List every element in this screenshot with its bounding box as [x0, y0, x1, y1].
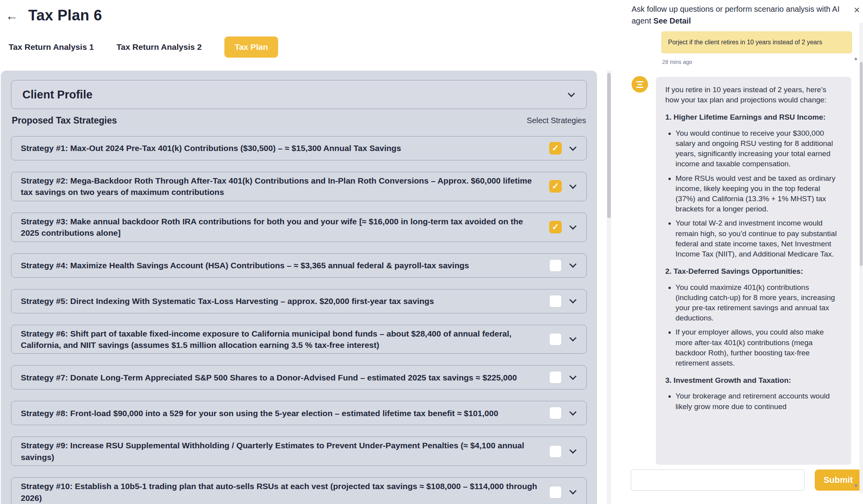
tab-tax-return-analysis-2[interactable]: Tax Return Analysis 2 [117, 42, 202, 52]
ai-response-section: 3. Investment Growth and Taxation: Your … [665, 375, 842, 412]
ai-section-heading: 3. Investment Growth and Taxation: [665, 375, 842, 386]
ai-bullet: Your brokerage and retirement accounts w… [675, 391, 842, 411]
tab-bar: Tax Return Analysis 1 Tax Return Analysi… [9, 36, 610, 58]
chat-scrollbar[interactable] [859, 23, 863, 493]
page-title: Tax Plan 6 [28, 7, 102, 24]
strategy-checkbox[interactable] [549, 486, 562, 499]
strategy-checkbox[interactable] [549, 407, 562, 419]
strategy-label: Strategy #9: Increase RSU Supplemental W… [21, 440, 542, 463]
close-icon[interactable]: × [854, 5, 860, 15]
page-header: ← Tax Plan 6 [0, 0, 610, 24]
see-detail-link[interactable]: See Detail [654, 16, 691, 25]
ai-bullet-list: You could maximize 401(k) contributions … [665, 282, 842, 369]
ai-response-sections: 1. Higher Lifetime Earnings and RSU Inco… [665, 112, 842, 411]
chevron-down-icon [568, 90, 575, 97]
back-button[interactable]: ← [5, 9, 18, 22]
strategy-card[interactable]: Strategy #7: Donate Long-Term Appreciate… [11, 365, 587, 389]
chevron-down-icon[interactable] [569, 296, 576, 303]
strategy-label: Strategy #5: Direct Indexing With System… [21, 295, 542, 307]
strategy-label: Strategy #8: Front-load $90,000 into a 5… [21, 408, 542, 419]
strategy-card[interactable]: Strategy #5: Direct Indexing With System… [11, 289, 587, 313]
strategy-checkbox[interactable] [549, 259, 562, 272]
strategy-checkbox[interactable] [549, 445, 562, 458]
strategy-label: Strategy #2: Mega-Backdoor Roth Through … [21, 175, 542, 198]
strategy-card[interactable]: Strategy #3: Make annual backdoor Roth I… [11, 213, 587, 242]
strategy-checkbox[interactable] [549, 333, 562, 346]
strategy-card[interactable]: Strategy #9: Increase RSU Supplemental W… [11, 437, 587, 466]
ai-response-section: 2. Tax-Deferred Savings Opportunities: Y… [665, 266, 842, 368]
ai-bullet-list: Your brokerage and retirement accounts w… [665, 391, 842, 411]
ai-bullet: Your total W-2 and investment income wou… [675, 218, 842, 259]
chat-scrollbar-thumb[interactable] [860, 62, 863, 266]
tab-tax-plan[interactable]: Tax Plan [224, 36, 278, 58]
strategy-label: Strategy #1: Max-Out 2024 Pre-Tax 401(k)… [21, 142, 542, 154]
strategy-card[interactable]: Strategy #4: Maximize Health Savings Acc… [11, 253, 587, 278]
ai-bullet: You would continue to receive your $300,… [675, 128, 842, 169]
chevron-down-icon[interactable] [569, 222, 576, 229]
strategies-header: Proposed Tax Strategies Select Strategie… [12, 115, 586, 126]
user-message-bubble: Porject if the client retires in 10 year… [661, 31, 852, 53]
chat-input[interactable] [631, 469, 805, 491]
ai-response-bubble: If you retire in 10 years instead of 2 y… [656, 77, 851, 465]
chevron-down-icon[interactable] [569, 408, 576, 415]
scroll-up-icon[interactable]: ▲ [853, 56, 858, 61]
strategy-label: Strategy #4: Maximize Health Savings Acc… [21, 260, 542, 271]
strategy-card[interactable]: Strategy #10: Establish a 10b5-1 trading… [11, 477, 587, 504]
tab-label: Tax Return Analysis 1 [9, 42, 94, 51]
strategy-label: Strategy #7: Donate Long-Term Appreciate… [21, 372, 542, 383]
ai-bullet: More RSUs would vest and be taxed as ord… [675, 173, 842, 215]
chevron-down-icon[interactable] [569, 260, 576, 267]
select-strategies-link[interactable]: Select Strategies [527, 116, 586, 125]
chat-header: Ask follow up questions or perform scena… [632, 3, 847, 27]
avatar [632, 76, 648, 93]
message-timestamp: 28 mins ago [662, 59, 692, 65]
strategy-checkbox[interactable]: ✓ [549, 221, 562, 233]
ai-response-intro: If you retire in 10 years instead of 2 y… [665, 85, 842, 105]
chevron-down-icon[interactable] [569, 144, 576, 151]
ai-bullet: If your employer allows, you could also … [675, 327, 842, 368]
ai-section-heading: 1. Higher Lifetime Earnings and RSU Inco… [665, 112, 842, 122]
scroll-down-icon[interactable]: ▼ [853, 483, 858, 488]
strategy-card[interactable]: Strategy #8: Front-load $90,000 into a 5… [11, 401, 587, 425]
main-scrollbar-thumb[interactable] [607, 73, 611, 218]
client-profile-title: Client Profile [22, 88, 93, 101]
strategy-checkbox[interactable]: ✓ [549, 180, 562, 193]
strategy-label: Strategy #10: Establish a 10b5-1 trading… [21, 480, 542, 504]
strategy-card[interactable]: Strategy #1: Max-Out 2024 Pre-Tax 401(k)… [11, 136, 587, 160]
main-scrollbar[interactable] [607, 71, 611, 504]
chevron-down-icon[interactable] [569, 182, 576, 189]
chevron-down-icon[interactable] [569, 447, 576, 454]
tab-label: Tax Plan [235, 42, 268, 51]
strategy-label: Strategy #6: Shift part of taxable fixed… [21, 328, 542, 351]
ai-bullet: You could maximize 401(k) contributions … [675, 282, 842, 324]
tax-plan-panel: Client Profile Proposed Tax Strategies S… [1, 71, 597, 504]
strategies-title: Proposed Tax Strategies [12, 115, 117, 126]
ai-response-section: 1. Higher Lifetime Earnings and RSU Inco… [665, 112, 842, 259]
strategy-checkbox[interactable]: ✓ [549, 142, 562, 155]
ai-agent-icon [636, 81, 643, 88]
strategy-card[interactable]: Strategy #2: Mega-Backdoor Roth Through … [11, 172, 587, 201]
chevron-down-icon[interactable] [569, 335, 576, 342]
strategy-card[interactable]: Strategy #6: Shift part of taxable fixed… [11, 325, 587, 354]
strategy-label: Strategy #3: Make annual backdoor Roth I… [21, 216, 542, 239]
strategy-checkbox[interactable] [549, 371, 562, 384]
app-root: ← Tax Plan 6 Tax Return Analysis 1 Tax R… [0, 0, 863, 504]
chat-panel: Ask follow up questions or perform scena… [628, 0, 863, 504]
chevron-down-icon[interactable] [569, 487, 576, 494]
ai-section-heading: 2. Tax-Deferred Savings Opportunities: [665, 266, 842, 277]
strategy-checkbox[interactable] [549, 295, 562, 307]
tab-tax-return-analysis-1[interactable]: Tax Return Analysis 1 [9, 42, 94, 52]
tab-label: Tax Return Analysis 2 [117, 42, 202, 51]
main-area: ← Tax Plan 6 Tax Return Analysis 1 Tax R… [0, 0, 610, 504]
strategy-list: Strategy #1: Max-Out 2024 Pre-Tax 401(k)… [11, 136, 587, 504]
ai-bullet-list: You would continue to receive your $300,… [665, 128, 842, 260]
chat-input-row: Submit [631, 469, 861, 491]
chevron-down-icon[interactable] [569, 373, 576, 380]
client-profile-section[interactable]: Client Profile [11, 80, 587, 109]
